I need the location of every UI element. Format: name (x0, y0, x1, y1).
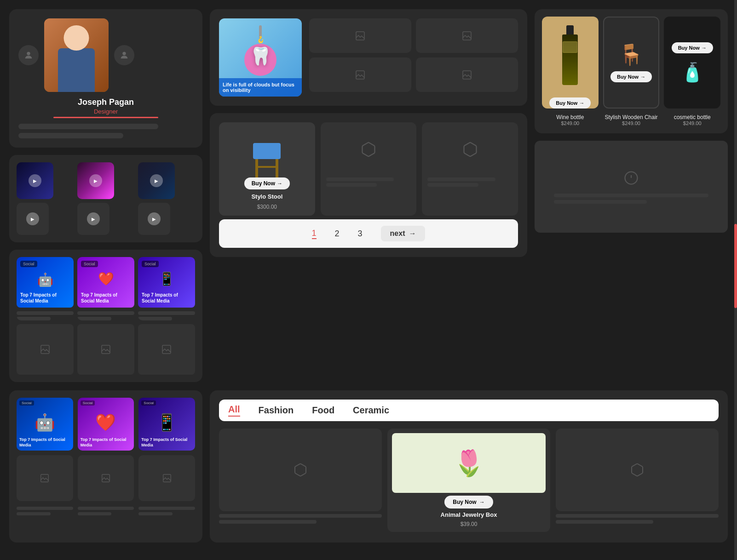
placeholder-icon-main (623, 170, 639, 188)
svg-rect-6 (463, 32, 471, 40)
play-button-2[interactable]: ▶ (89, 174, 102, 187)
sp-title-3: Top 7 Impacts of Social Media (141, 437, 192, 448)
fashion-product-grid: 🌷 Buy Now → Animal Jewelry Box $39.00 (219, 429, 719, 532)
empty-bars-3 (138, 507, 195, 515)
video-thumb-3[interactable]: ▶ (138, 162, 175, 199)
buy-now-stool-button[interactable]: Buy Now → (244, 177, 290, 189)
jewelry-price: $39.00 (461, 521, 478, 527)
placeholder-bar (77, 317, 111, 320)
blog-post-item-2[interactable]: Social ❤️ Top 7 Impacts of Social Media (77, 257, 134, 320)
placeholder-card-1 (309, 18, 411, 53)
blog-post-item-3[interactable]: Social 📱 Top 7 Impacts of Social Media (138, 257, 195, 320)
blog-tag-1: Social (20, 261, 37, 267)
video-grid: ▶ ▶ ▶ ▶ ▶ ▶ (17, 162, 195, 235)
video-thumb-5[interactable]: ▶ (77, 203, 109, 235)
wine-name: Wine bottle (542, 114, 599, 120)
empty-blog-1 (17, 324, 74, 375)
profile-divider (53, 117, 158, 118)
play-button-6[interactable]: ▶ (148, 212, 161, 225)
fashion-product-placeholder-left (219, 429, 382, 532)
blog-caption-3: Top 7 Impacts of Social Media (142, 292, 191, 304)
svg-rect-12 (163, 474, 171, 482)
filter-tab-fashion[interactable]: Fashion (259, 405, 294, 416)
cosmetic-price: $249.00 (664, 120, 720, 126)
buy-now-stool-label: Buy Now (252, 180, 275, 187)
video-thumb-1[interactable]: ▶ (17, 162, 53, 199)
social-post-1[interactable]: Social 🤖 Top 7 Impacts of Social Media (17, 398, 73, 451)
buy-jewelry-button[interactable]: Buy Now → (444, 496, 493, 509)
placeholder-bar (556, 514, 719, 518)
placeholder-bar (17, 512, 51, 515)
fashion-empty-bars-1 (219, 514, 382, 524)
scrollbar[interactable] (734, 0, 737, 560)
placeholder-bar (326, 183, 377, 187)
placeholder-bar (18, 124, 158, 129)
wine-bottle-card: Buy Now → (542, 17, 599, 109)
video-thumb-4[interactable]: ▶ (17, 203, 49, 235)
scrollbar-thumb[interactable] (734, 224, 737, 308)
svg-rect-5 (356, 32, 364, 40)
empty-post-2-wrapper (78, 455, 134, 515)
blog-caption-1: Top 7 Impacts of Social Media (20, 292, 70, 304)
cosmetic-icon: 🧴 (681, 62, 704, 83)
buy-now-stool-arrow: → (277, 180, 282, 187)
chair-price: $249.00 (603, 120, 660, 126)
placeholder-bar (554, 200, 647, 204)
page-next-button[interactable]: next → (381, 226, 426, 241)
product-bars-3 (427, 177, 512, 187)
buy-chair-button[interactable]: Buy Now → (610, 71, 652, 82)
showcase-grid: Buy Now → 🪑 Buy Now → Buy Now (542, 17, 720, 109)
page-wrapper: Joseph Pagan Designer ▶ ▶ ▶ (0, 0, 737, 560)
blog-placeholder-2 (77, 311, 134, 320)
social-media-grid: Social 🤖 Top 7 Impacts of Social Media S… (17, 398, 195, 515)
next-label: next (390, 229, 405, 238)
blog-tag-2: Social (81, 261, 98, 267)
blog-posts-card: Social 🤖 Top 7 Impacts of Social Media S… (9, 250, 202, 382)
placeholder-bar (138, 507, 195, 510)
profile-name: Joseph Pagan (18, 97, 193, 107)
filter-tab-all[interactable]: All (228, 404, 240, 417)
blog-post-img-2: Social ❤️ Top 7 Impacts of Social Media (77, 257, 134, 308)
play-button-3[interactable]: ▶ (150, 174, 163, 187)
svg-rect-7 (356, 71, 364, 79)
cosmetic-info: cosmetic bottle $249.00 (664, 114, 720, 126)
showcase-info-row: Wine bottle $249.00 Stylish Wooden Chair… (542, 114, 720, 126)
play-button-5[interactable]: ▶ (87, 212, 100, 225)
fashion-product-placeholder-right (556, 429, 719, 532)
placeholder-bar (326, 177, 394, 181)
play-button-1[interactable]: ▶ (29, 174, 41, 187)
blog-caption-2: Top 7 Impacts of Social Media (81, 292, 131, 304)
placeholder-card-4 (416, 57, 518, 92)
filter-tab-food[interactable]: Food (312, 405, 334, 416)
fashion-empty-1 (219, 429, 382, 511)
empty-blog-3 (138, 324, 195, 375)
featured-caption: Life is full of clouds but focus on visi… (219, 78, 302, 97)
buy-cosmetic-arrow: → (702, 45, 707, 51)
sp-icon-3: 📱 (156, 413, 177, 432)
svg-point-1 (122, 52, 126, 55)
product-section: Buy Now → Stylo Stool $300.00 (210, 113, 527, 257)
social-post-2[interactable]: Social ❤️ Top 7 Impacts of Social Media (78, 398, 134, 451)
right-placeholder-bars (554, 194, 708, 204)
placeholder-card-3 (309, 57, 411, 92)
page-3[interactable]: 3 (358, 229, 363, 239)
box-icon-1 (360, 141, 377, 161)
buy-wine-button[interactable]: Buy Now → (549, 97, 591, 109)
blog-post-item-1[interactable]: Social 🤖 Top 7 Impacts of Social Media (17, 257, 74, 320)
placeholder-bar (138, 512, 173, 515)
chair-name: Stylish Wooden Chair (603, 114, 660, 120)
filter-tab-ceramic[interactable]: Ceramic (353, 405, 389, 416)
page-2[interactable]: 2 (335, 229, 340, 239)
social-post-3[interactable]: Social 📱 Top 7 Impacts of Social Media (138, 398, 195, 451)
buy-wine-label: Buy Now (556, 100, 577, 106)
play-button-4[interactable]: ▶ (26, 212, 39, 225)
buy-cosmetic-button[interactable]: Buy Now → (672, 42, 713, 53)
stool-price: $300.00 (257, 204, 277, 210)
video-thumb-6[interactable]: ▶ (138, 203, 170, 235)
empty-bars-2 (78, 507, 134, 515)
placeholder-bar (78, 507, 134, 510)
svg-rect-11 (102, 474, 110, 482)
chair-info: Stylish Wooden Chair $249.00 (603, 114, 660, 126)
video-thumb-2[interactable]: ▶ (77, 162, 114, 199)
page-1[interactable]: 1 (312, 229, 317, 239)
